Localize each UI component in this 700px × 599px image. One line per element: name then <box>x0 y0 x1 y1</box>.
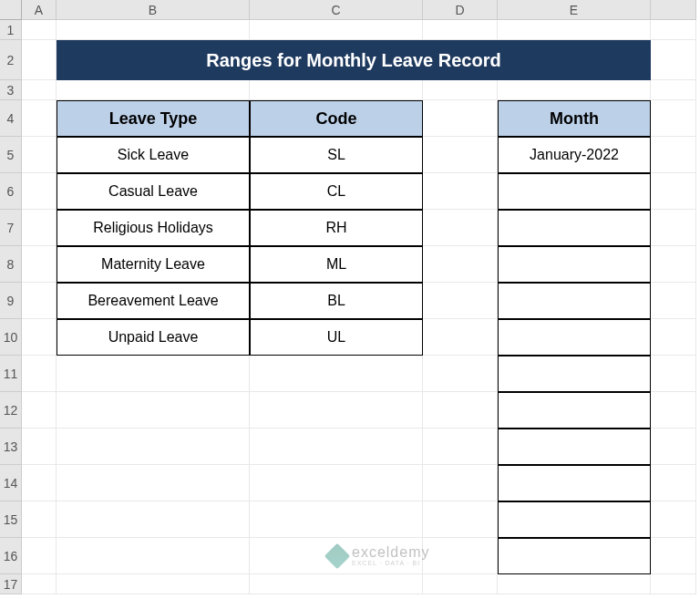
cell[interactable] <box>423 283 498 319</box>
cell[interactable] <box>250 574 423 594</box>
leave-code-cell[interactable]: ML <box>250 246 423 283</box>
cell[interactable] <box>651 392 696 429</box>
cell[interactable] <box>423 465 498 501</box>
cell[interactable] <box>22 100 57 137</box>
cell[interactable] <box>651 283 696 319</box>
leave-type-cell[interactable]: Unpaid Leave <box>57 319 250 356</box>
cell[interactable] <box>651 356 696 392</box>
cell[interactable] <box>22 574 57 594</box>
cell[interactable] <box>423 319 498 356</box>
cell[interactable] <box>22 538 57 574</box>
col-header-E[interactable]: E <box>498 0 651 20</box>
leave-code-cell[interactable]: SL <box>250 137 423 173</box>
cell[interactable] <box>423 538 498 574</box>
row-header-11[interactable]: 11 <box>0 356 22 392</box>
cell[interactable] <box>498 574 651 594</box>
cell[interactable] <box>651 501 696 538</box>
cell[interactable] <box>651 40 696 80</box>
cell[interactable] <box>57 80 250 100</box>
leave-type-cell[interactable]: Maternity Leave <box>57 246 250 283</box>
row-header-1[interactable]: 1 <box>0 20 22 40</box>
row-header-10[interactable]: 10 <box>0 319 22 356</box>
month-cell[interactable] <box>498 392 651 429</box>
col-header-D[interactable]: D <box>423 0 498 20</box>
row-header-2[interactable]: 2 <box>0 40 22 80</box>
cell[interactable] <box>651 210 696 246</box>
row-header-14[interactable]: 14 <box>0 465 22 501</box>
select-all-corner[interactable] <box>0 0 22 20</box>
row-header-17[interactable]: 17 <box>0 574 22 594</box>
cell[interactable] <box>22 137 57 173</box>
cell[interactable] <box>651 538 696 574</box>
cell[interactable] <box>423 20 498 40</box>
cell[interactable] <box>250 20 423 40</box>
month-cell[interactable] <box>498 501 651 538</box>
cell[interactable] <box>651 80 696 100</box>
row-header-8[interactable]: 8 <box>0 246 22 283</box>
row-header-6[interactable]: 6 <box>0 173 22 210</box>
cell[interactable] <box>57 356 250 392</box>
cell[interactable] <box>423 429 498 465</box>
month-cell[interactable] <box>498 283 651 319</box>
leave-type-cell[interactable]: Religious Holidays <box>57 210 250 246</box>
cell[interactable] <box>250 465 423 501</box>
cell[interactable] <box>22 283 57 319</box>
cell[interactable] <box>651 574 696 594</box>
row-header-7[interactable]: 7 <box>0 210 22 246</box>
cell[interactable] <box>250 356 423 392</box>
leave-code-cell[interactable]: RH <box>250 210 423 246</box>
cell[interactable] <box>651 100 696 137</box>
leave-code-cell[interactable]: BL <box>250 283 423 319</box>
month-cell[interactable] <box>498 319 651 356</box>
col-header-B[interactable]: B <box>57 0 250 20</box>
row-header-15[interactable]: 15 <box>0 501 22 538</box>
cell[interactable] <box>22 465 57 501</box>
cell[interactable] <box>57 392 250 429</box>
cell[interactable] <box>651 319 696 356</box>
col-header-F[interactable] <box>651 0 696 20</box>
cell[interactable] <box>57 465 250 501</box>
cell[interactable] <box>57 574 250 594</box>
row-header-9[interactable]: 9 <box>0 283 22 319</box>
month-cell[interactable]: January-2022 <box>498 137 651 173</box>
row-header-4[interactable]: 4 <box>0 100 22 137</box>
row-header-13[interactable]: 13 <box>0 429 22 465</box>
cell[interactable] <box>22 210 57 246</box>
cell[interactable] <box>423 137 498 173</box>
row-header-5[interactable]: 5 <box>0 137 22 173</box>
cell[interactable] <box>57 429 250 465</box>
cell[interactable] <box>57 501 250 538</box>
leave-type-cell[interactable]: Bereavement Leave <box>57 283 250 319</box>
row-header-16[interactable]: 16 <box>0 538 22 574</box>
cell[interactable] <box>651 429 696 465</box>
month-cell[interactable] <box>498 465 651 501</box>
month-cell[interactable] <box>498 356 651 392</box>
cell[interactable] <box>423 356 498 392</box>
cell[interactable] <box>57 20 250 40</box>
cell[interactable] <box>22 356 57 392</box>
row-header-12[interactable]: 12 <box>0 392 22 429</box>
cell[interactable] <box>22 246 57 283</box>
month-cell[interactable] <box>498 173 651 210</box>
cell[interactable] <box>22 40 57 80</box>
leave-code-cell[interactable]: CL <box>250 173 423 210</box>
month-cell[interactable] <box>498 210 651 246</box>
cell[interactable] <box>22 501 57 538</box>
col-header-A[interactable]: A <box>22 0 57 20</box>
cell[interactable] <box>22 429 57 465</box>
cell[interactable] <box>651 465 696 501</box>
leave-type-cell[interactable]: Sick Leave <box>57 137 250 173</box>
cell[interactable] <box>423 501 498 538</box>
cell[interactable] <box>423 246 498 283</box>
cell[interactable] <box>250 429 423 465</box>
cell[interactable] <box>423 80 498 100</box>
month-cell[interactable] <box>498 246 651 283</box>
cell[interactable] <box>651 137 696 173</box>
cell[interactable] <box>423 100 498 137</box>
month-cell[interactable] <box>498 429 651 465</box>
leave-type-cell[interactable]: Casual Leave <box>57 173 250 210</box>
cell[interactable] <box>423 574 498 594</box>
cell[interactable] <box>22 173 57 210</box>
cell[interactable] <box>22 80 57 100</box>
cell[interactable] <box>423 210 498 246</box>
